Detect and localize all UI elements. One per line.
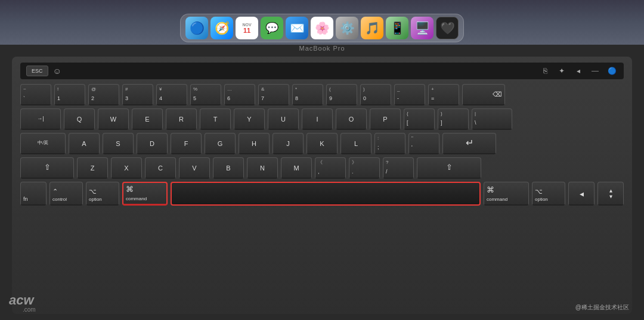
key-a[interactable]: A [69, 133, 100, 154]
key-v[interactable]: V [179, 157, 210, 179]
key-5[interactable]: %5 [190, 84, 221, 105]
key-c[interactable]: C [145, 157, 176, 179]
key-w[interactable]: W [98, 108, 129, 130]
dock-safari[interactable]: 🧭 [210, 17, 233, 39]
key-e[interactable]: E [132, 108, 163, 130]
key-i[interactable]: I [302, 108, 333, 130]
key-f[interactable]: F [171, 133, 202, 154]
dock-settings[interactable]: ⚙️ [336, 17, 358, 39]
enter-key[interactable]: ↵ [442, 133, 496, 154]
tb-icon-1: ⎘ [539, 67, 551, 75]
key-arrow-left[interactable]: ◂ [568, 182, 595, 206]
key-backslash[interactable]: |\ [472, 108, 512, 130]
key-7[interactable]: &7 [258, 84, 289, 105]
key-9[interactable]: (9 [326, 84, 357, 105]
watermark-sub: .com [23, 306, 36, 313]
key-h[interactable]: H [239, 133, 270, 154]
dock-photos[interactable]: 🌸 [311, 17, 333, 39]
key-arrow-updown[interactable]: ▴ ▾ [597, 182, 624, 206]
dock-app4[interactable]: 🖤 [436, 17, 459, 39]
key-rows: ~` !1 @2 #3 ¥4 %5 …6 &7 *8 (9 )0 _- += ⌫… [20, 84, 624, 206]
key-r[interactable]: R [166, 108, 197, 130]
key-x[interactable]: X [111, 157, 142, 179]
delete-key[interactable]: ⌫ [462, 84, 505, 105]
esc-key[interactable]: ESC [26, 66, 48, 76]
key-bracket-left[interactable]: {[ [404, 108, 435, 130]
key-k[interactable]: K [306, 133, 338, 154]
key-g[interactable]: G [205, 133, 236, 154]
key-control[interactable]: ⌃ control [49, 182, 83, 206]
key-q[interactable]: Q [64, 108, 95, 130]
macbook-screen: 🔵 🧭 NOV11 💬 ✉️ 🌸 ⚙️ 🎵 📱 🖥️ 🖤 [0, 0, 644, 45]
dock-calendar[interactable]: NOV11 [236, 17, 258, 39]
dock-wechat[interactable]: 💬 [261, 17, 283, 39]
key-tilde[interactable]: ~` [20, 84, 51, 105]
key-2[interactable]: @2 [88, 84, 119, 105]
key-option-left[interactable]: ⌥ option [86, 182, 119, 206]
key-n[interactable]: N [247, 157, 278, 179]
key-y[interactable]: Y [234, 108, 265, 130]
qwerty-row: →| Q W E R T Y U I O P {[ }] |\ [20, 108, 624, 130]
key-m[interactable]: M [281, 157, 312, 179]
macbook-model-label: MacBook Pro [299, 45, 345, 52]
dock-mail[interactable]: ✉️ [286, 17, 308, 39]
key-u[interactable]: U [268, 108, 299, 130]
key-command-left[interactable]: ⌘ command [122, 182, 168, 206]
touch-bar: ESC ☺ ⎘ ✦ ◂ — 🔵 [20, 63, 624, 79]
dock: 🔵 🧭 NOV11 💬 ✉️ 🌸 ⚙️ 🎵 📱 🖥️ 🖤 [180, 14, 464, 42]
touch-bar-right: ⎘ ✦ ◂ — 🔵 [539, 67, 618, 75]
key-command-right[interactable]: ⌘ command [484, 182, 529, 206]
dock-finder[interactable]: 🔵 [185, 17, 208, 39]
number-row: ~` !1 @2 #3 ¥4 %5 …6 &7 *8 (9 )0 _- += ⌫ [20, 84, 624, 105]
dock-app2[interactable]: 📱 [386, 17, 408, 39]
key-shift-right[interactable]: ⇧ [417, 157, 481, 179]
key-shift-left[interactable]: ⇧ [20, 157, 74, 179]
tb-icon-3: ◂ [572, 67, 584, 75]
key-period[interactable]: 》. [349, 157, 380, 179]
copyright-label: @稀土掘金技术社区 [575, 303, 629, 312]
dock-app1[interactable]: 🎵 [361, 17, 383, 39]
modifier-row: fn ⌃ control ⌥ option ⌘ command ⌘ comma [20, 182, 624, 206]
key-p[interactable]: P [370, 108, 401, 130]
tb-icon-4: — [589, 67, 601, 75]
key-6[interactable]: …6 [224, 84, 255, 105]
key-quote[interactable]: "' [408, 133, 439, 154]
key-tab[interactable]: →| [20, 108, 61, 130]
key-l[interactable]: L [340, 133, 371, 154]
keyboard-body: ESC ☺ ⎘ ✦ ◂ — 🔵 ~` !1 @2 #3 ¥4 %5 …6 &7 [12, 57, 632, 314]
key-semicolon[interactable]: :; [374, 133, 405, 154]
key-j[interactable]: J [273, 133, 304, 154]
key-spacebar[interactable] [171, 182, 481, 206]
key-d[interactable]: D [137, 133, 168, 154]
emoji-icon[interactable]: ☺ [53, 66, 61, 76]
key-o[interactable]: O [336, 108, 367, 130]
key-comma[interactable]: 《, [315, 157, 346, 179]
key-s[interactable]: S [103, 133, 134, 154]
zxcv-row: ⇧ Z X C V B N M 《, 》. ?/ ⇧ [20, 157, 624, 179]
key-bracket-right[interactable]: }] [438, 108, 469, 130]
asdf-row: 中/英 A S D F G H J K L :; "' ↵ [20, 133, 624, 154]
key-fn[interactable]: fn [20, 182, 47, 206]
key-minus[interactable]: _- [394, 84, 425, 105]
key-1[interactable]: !1 [54, 84, 85, 105]
screenshot-container: 🔵 🧭 NOV11 💬 ✉️ 🌸 ⚙️ 🎵 📱 🖥️ 🖤 MacBook Pro… [0, 0, 644, 320]
key-8[interactable]: *8 [292, 84, 323, 105]
key-4[interactable]: ¥4 [156, 84, 187, 105]
key-option-right[interactable]: ⌥ option [532, 182, 565, 206]
key-3[interactable]: #3 [122, 84, 153, 105]
key-slash[interactable]: ?/ [383, 157, 414, 179]
key-b[interactable]: B [213, 157, 244, 179]
key-0[interactable]: )0 [360, 84, 391, 105]
key-caps-lock[interactable]: 中/英 [20, 133, 66, 154]
key-z[interactable]: Z [77, 157, 108, 179]
key-equals[interactable]: += [428, 84, 459, 105]
tb-icon-5: 🔵 [606, 67, 618, 75]
dock-app3[interactable]: 🖥️ [411, 17, 434, 39]
tb-icon-2: ✦ [556, 67, 568, 75]
key-t[interactable]: T [200, 108, 231, 130]
